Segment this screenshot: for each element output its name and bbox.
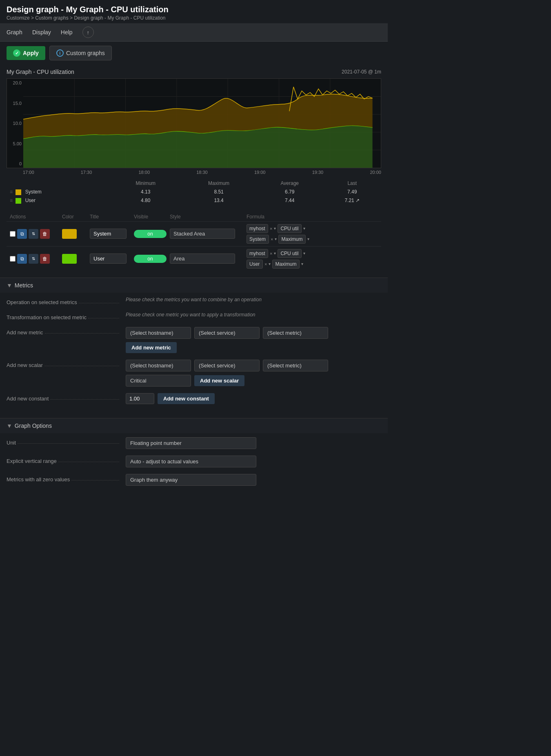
constant-value-input[interactable] xyxy=(126,393,154,404)
formula-user: myhost × ▾ CPU util ▾ User × ▾ Maximum ▾ xyxy=(247,249,378,269)
zero-values-controls: Graph them anyway Hide them xyxy=(126,474,381,486)
scalar-service-select[interactable]: (Select service) xyxy=(194,360,260,371)
nav-graph[interactable]: Graph xyxy=(7,29,22,36)
formula-metric-arrow-2: ▾ xyxy=(307,237,309,241)
system-avg: 6.79 xyxy=(256,188,323,196)
style-select-user[interactable]: Area Stacked Area Line xyxy=(170,253,243,264)
unit-select[interactable]: Floating point number Integer Bits Bytes xyxy=(126,437,256,449)
formula-metric-2-system[interactable]: Maximum xyxy=(278,235,306,244)
graph-options-arrow-icon: ▼ xyxy=(7,422,12,429)
copy-icon-system[interactable]: ⧉ xyxy=(17,229,27,239)
metrics-section-header[interactable]: ▼ Metrics xyxy=(0,278,388,293)
zero-values-row: Metrics with all zero values Graph them … xyxy=(7,474,381,486)
nav-display[interactable]: Display xyxy=(32,29,51,36)
col-actions: Actions xyxy=(10,214,59,220)
vertical-range-row: Explicit vertical range Auto - adjust to… xyxy=(7,456,381,467)
system-min: 4.13 xyxy=(110,188,181,196)
metrics-section-body: Operation on selected metrics Please che… xyxy=(0,293,388,415)
legend-col-min: Minimum xyxy=(110,179,181,188)
zero-values-select[interactable]: Graph them anyway Hide them xyxy=(126,474,256,486)
style-dropdown-user[interactable]: Area Stacked Area Line xyxy=(170,253,235,264)
formula-row-1-system: myhost × ▾ CPU util ▾ xyxy=(247,224,378,233)
y-label-10: 10.0 xyxy=(7,121,22,126)
custom-graphs-button[interactable]: i Custom graphs xyxy=(49,46,112,60)
table-row: ⧉ ⇅ 🗑 on Area Stacked Area Line myhost ×… xyxy=(7,246,381,271)
nav-bar: Graph Display Help ↑ xyxy=(0,23,388,42)
graph-canvas: 20.0 15.0 10.0 5.00 0 xyxy=(7,78,381,168)
graph-options-body: Unit Floating point number Integer Bits … xyxy=(0,433,388,496)
metric-service-select[interactable]: (Select service) xyxy=(194,327,260,339)
table-row: ⧉ ⇅ 🗑 on Stacked Area Area Line myhost ×… xyxy=(7,221,381,246)
formula-host-1-user[interactable]: myhost xyxy=(247,249,268,258)
add-constant-label: Add new constant xyxy=(7,393,121,402)
row-checkbox-user[interactable] xyxy=(10,256,16,262)
row-checkbox-system[interactable] xyxy=(10,231,16,237)
y-label-0: 0 xyxy=(7,161,22,166)
formula-arrow-1: ▾ xyxy=(274,226,276,231)
add-new-constant-button[interactable]: Add new constant xyxy=(158,393,215,404)
formula-host-1-system[interactable]: myhost xyxy=(247,224,268,233)
color-swatch-user[interactable] xyxy=(62,254,87,264)
metrics-title: Metrics xyxy=(15,282,33,289)
style-select-system[interactable]: Stacked Area Area Line xyxy=(170,229,243,239)
legend-row-user: ≡ User 4.80 13.4 7.44 7.21 ↗ xyxy=(7,196,381,205)
graph-timestamp: 2021-07-05 @ 1m xyxy=(342,69,381,75)
visible-toggle-system[interactable]: on xyxy=(134,230,167,238)
add-metric-selects: (Select hostname) (Select service) (Sele… xyxy=(126,327,381,339)
delete-icon-user[interactable]: 🗑 xyxy=(40,254,50,264)
visible-toggle-user[interactable]: on xyxy=(134,255,167,263)
transformation-row: Transformation on selected metric Please… xyxy=(7,312,381,320)
formula-row-1-user: myhost × ▾ CPU util ▾ xyxy=(247,249,378,258)
nav-help[interactable]: Help xyxy=(61,29,73,36)
graph-options-header[interactable]: ▼ Graph Options xyxy=(0,418,388,433)
scalar-metric-select[interactable]: (Select metric) xyxy=(263,360,328,371)
toolbar: ✓ Apply i Custom graphs xyxy=(0,42,388,64)
reorder-icon-user[interactable]: ⇅ xyxy=(29,254,38,264)
info-icon: i xyxy=(56,49,64,57)
vertical-range-select[interactable]: Auto - adjust to actual values Fixed ran… xyxy=(126,456,256,467)
style-dropdown-system[interactable]: Stacked Area Area Line xyxy=(170,229,235,239)
zero-values-label: Metrics with all zero values xyxy=(7,474,121,483)
add-new-scalar-button[interactable]: Add new scalar xyxy=(194,375,244,386)
graph-title: My Graph - CPU utilization xyxy=(7,69,74,75)
user-label: User xyxy=(25,198,36,203)
x-label-2000: 20:00 xyxy=(370,170,381,175)
color-swatch-system[interactable] xyxy=(62,229,87,239)
graph-header: My Graph - CPU utilization 2021-07-05 @ … xyxy=(7,69,381,75)
drag-icon: ≡ xyxy=(10,189,13,195)
nav-collapse-btn[interactable]: ↑ xyxy=(82,27,94,38)
col-visible: Visible xyxy=(134,214,167,220)
formula-metric-1-system[interactable]: CPU util xyxy=(278,224,302,233)
formula-remove-2[interactable]: × xyxy=(271,237,273,242)
add-new-metric-button[interactable]: Add new metric xyxy=(126,342,177,353)
formula-host-2-user[interactable]: User xyxy=(247,260,263,269)
formula-metric-2-user[interactable]: Maximum xyxy=(272,260,300,269)
system-last: 7.49 xyxy=(323,188,382,196)
title-input-system[interactable] xyxy=(90,229,127,239)
page-header: Design graph - My Graph - CPU utilizatio… xyxy=(0,0,388,23)
add-scalar-row: Add new scalar (Select hostname) (Select… xyxy=(7,360,381,387)
user-last: 7.21 ↗ xyxy=(323,196,382,205)
formula-metric-1-user[interactable]: CPU util xyxy=(278,249,302,258)
scalar-type-select[interactable]: Critical Warning Min Max xyxy=(126,375,191,387)
title-input-user[interactable] xyxy=(90,253,127,264)
formula-remove-1[interactable]: × xyxy=(270,226,272,231)
formula-arrow-2-user: ▾ xyxy=(269,262,271,266)
copy-icon-user[interactable]: ⧉ xyxy=(17,254,27,264)
delete-icon-system[interactable]: 🗑 xyxy=(40,229,50,239)
formula-remove-1-user[interactable]: × xyxy=(270,251,272,256)
metric-metric-select[interactable]: (Select metric) xyxy=(263,327,328,339)
formula-remove-2-user[interactable]: × xyxy=(264,262,267,267)
page-title: Design graph - My Graph - CPU utilizatio… xyxy=(7,5,381,14)
operation-row: Operation on selected metrics Please che… xyxy=(7,297,381,305)
reorder-icon-system[interactable]: ⇅ xyxy=(29,229,38,239)
unit-controls: Floating point number Integer Bits Bytes xyxy=(126,437,381,449)
scalar-hostname-select[interactable]: (Select hostname) xyxy=(126,360,191,371)
apply-button[interactable]: ✓ Apply xyxy=(7,46,45,60)
formula-host-2-system[interactable]: System xyxy=(247,235,269,244)
x-axis: 17:00 17:30 18:00 18:30 19:00 19:30 20:0… xyxy=(7,168,381,176)
metric-hostname-select[interactable]: (Select hostname) xyxy=(126,327,191,339)
system-max: 8.51 xyxy=(181,188,256,196)
y-label-5: 5.00 xyxy=(7,141,22,146)
x-label-1830: 18:30 xyxy=(196,170,208,175)
